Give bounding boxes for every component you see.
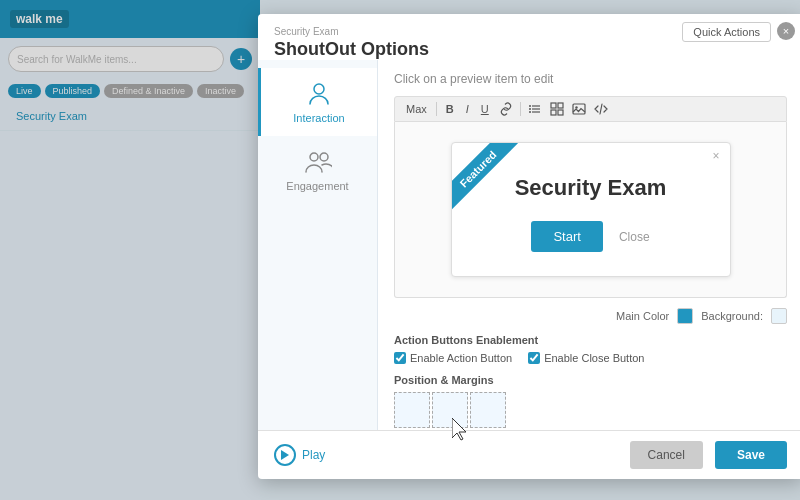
background-label: Background: bbox=[701, 310, 763, 322]
svg-rect-13 bbox=[573, 104, 585, 114]
modal-close-button[interactable]: × bbox=[777, 22, 795, 40]
modal-body: Interaction Engagement Click on a previe… bbox=[258, 60, 800, 430]
toolbar-divider-2 bbox=[520, 102, 521, 116]
play-icon bbox=[274, 444, 296, 466]
enable-close-checkbox-item[interactable]: Enable Close Button bbox=[528, 352, 644, 364]
interaction-icon bbox=[305, 80, 333, 108]
toolbar-code-icon[interactable] bbox=[593, 101, 609, 117]
editor-toolbar: Max B I U bbox=[394, 96, 787, 122]
interaction-label: Interaction bbox=[293, 112, 344, 124]
featured-ribbon: Featured bbox=[452, 143, 532, 223]
ribbon-text: Featured bbox=[452, 143, 520, 211]
cancel-button[interactable]: Cancel bbox=[630, 441, 703, 469]
svg-point-6 bbox=[529, 105, 531, 107]
svg-point-1 bbox=[310, 153, 318, 161]
modal-footer: Play Cancel Save bbox=[258, 430, 800, 479]
svg-point-14 bbox=[575, 106, 577, 108]
checkbox-row: Enable Action Button Enable Close Button bbox=[394, 352, 787, 364]
position-label: Position & Margins bbox=[394, 374, 787, 386]
card-close-x[interactable]: × bbox=[712, 149, 719, 163]
shoutout-options-modal: Security Exam ShoutOut Options Quick Act… bbox=[258, 14, 800, 479]
enable-close-label: Enable Close Button bbox=[544, 352, 644, 364]
toolbar-list-icon[interactable] bbox=[527, 101, 543, 117]
toolbar-max[interactable]: Max bbox=[403, 102, 430, 116]
main-color-label: Main Color bbox=[616, 310, 669, 322]
toolbar-grid-icon[interactable] bbox=[549, 101, 565, 117]
enable-close-checkbox[interactable] bbox=[528, 352, 540, 364]
pos-cell-1[interactable] bbox=[432, 392, 468, 428]
enable-action-checkbox[interactable] bbox=[394, 352, 406, 364]
svg-point-2 bbox=[320, 153, 328, 161]
svg-rect-12 bbox=[558, 110, 563, 115]
engagement-label: Engagement bbox=[286, 180, 348, 192]
pos-cell-2[interactable] bbox=[470, 392, 506, 428]
card-buttons: Start Close bbox=[484, 221, 698, 252]
position-grid bbox=[394, 392, 787, 430]
toolbar-image-icon[interactable] bbox=[571, 101, 587, 117]
content-hint: Click on a preview item to edit bbox=[394, 72, 787, 86]
modal-title: ShoutOut Options bbox=[274, 39, 787, 60]
toolbar-underline[interactable]: U bbox=[478, 102, 492, 116]
svg-point-7 bbox=[529, 108, 531, 110]
card-close-link[interactable]: Close bbox=[619, 230, 650, 244]
svg-point-8 bbox=[529, 111, 531, 113]
preview-area[interactable]: Featured × Security Exam Start Close bbox=[394, 122, 787, 298]
toolbar-divider-1 bbox=[436, 102, 437, 116]
action-buttons-label: Action Buttons Enablement bbox=[394, 334, 787, 346]
toolbar-italic[interactable]: I bbox=[463, 102, 472, 116]
quick-actions-button[interactable]: Quick Actions bbox=[682, 22, 771, 42]
toolbar-link-icon[interactable] bbox=[498, 101, 514, 117]
play-label: Play bbox=[302, 448, 325, 462]
main-color-swatch[interactable] bbox=[677, 308, 693, 324]
play-button[interactable]: Play bbox=[274, 444, 325, 466]
position-section: Position & Margins bbox=[394, 374, 787, 430]
card-start-button[interactable]: Start bbox=[531, 221, 602, 252]
svg-marker-15 bbox=[281, 450, 289, 460]
action-buttons-section: Action Buttons Enablement Enable Action … bbox=[394, 334, 787, 364]
modal-main-content: Click on a preview item to edit Max B I … bbox=[378, 60, 800, 430]
modal-header: Security Exam ShoutOut Options Quick Act… bbox=[258, 14, 800, 60]
svg-rect-11 bbox=[551, 110, 556, 115]
color-row: Main Color Background: bbox=[394, 308, 787, 324]
svg-point-0 bbox=[314, 84, 324, 94]
engagement-icon bbox=[304, 148, 332, 176]
svg-rect-10 bbox=[558, 103, 563, 108]
background-color-swatch[interactable] bbox=[771, 308, 787, 324]
toolbar-bold[interactable]: B bbox=[443, 102, 457, 116]
pos-cell-0[interactable] bbox=[394, 392, 430, 428]
sidebar-item-engagement[interactable]: Engagement bbox=[258, 136, 377, 204]
svg-rect-9 bbox=[551, 103, 556, 108]
sidebar-item-interaction[interactable]: Interaction bbox=[258, 68, 377, 136]
enable-action-label: Enable Action Button bbox=[410, 352, 512, 364]
shoutout-card[interactable]: Featured × Security Exam Start Close bbox=[451, 142, 731, 277]
modal-sidebar: Interaction Engagement bbox=[258, 60, 378, 430]
enable-action-checkbox-item[interactable]: Enable Action Button bbox=[394, 352, 512, 364]
save-button[interactable]: Save bbox=[715, 441, 787, 469]
